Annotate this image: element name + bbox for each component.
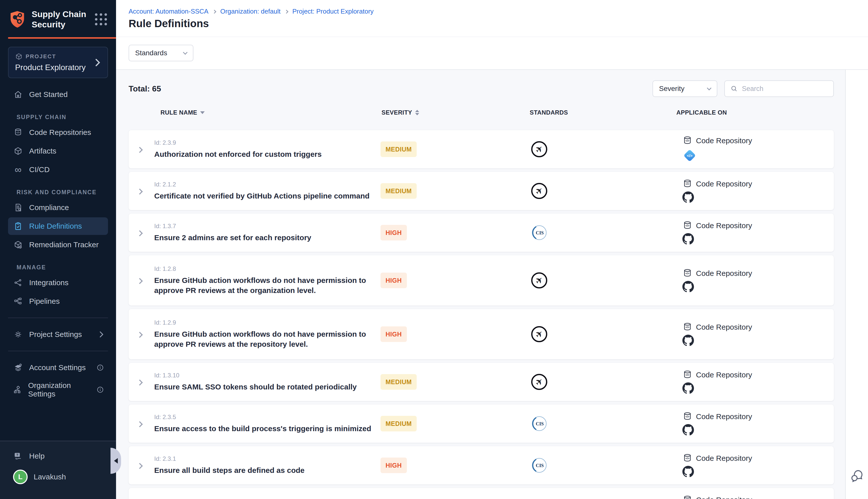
layers-gear-icon <box>13 363 23 373</box>
sidebar-item-compliance[interactable]: Compliance <box>8 199 108 216</box>
chevron-down-icon <box>707 86 711 90</box>
main-area: Account: Automation-SSCA Organization: d… <box>116 0 868 499</box>
standard-plane-icon: ✈ <box>531 326 547 342</box>
expand-chevron-icon[interactable] <box>137 278 142 284</box>
github-icon <box>682 382 752 394</box>
remediation-tracker-icon <box>13 240 23 250</box>
chevron-right-icon <box>95 58 101 67</box>
svg-text:</>: </> <box>685 457 690 460</box>
rule-name: Ensure 2 admins are set for each reposit… <box>154 233 311 243</box>
right-rail <box>845 70 868 499</box>
info-icon[interactable] <box>97 386 104 393</box>
supply-chain-security-logo <box>9 11 26 28</box>
svg-text:</>: </> <box>685 415 690 418</box>
standard-cis-icon: CIS <box>531 457 547 473</box>
project-name: Product Exploratory <box>15 63 95 72</box>
code-repository-icon: </> <box>682 453 692 463</box>
total-count: Total: 65 <box>128 84 161 94</box>
sidebar-item-rule-definitions[interactable]: Rule Definitions <box>8 217 108 235</box>
search-box <box>724 81 834 97</box>
table-row[interactable]: Id: 2.1.2 Certificate not verified by Gi… <box>128 172 834 210</box>
column-header-rule-name[interactable]: RULE NAME <box>161 109 205 116</box>
applicable-on-label: Code Repository <box>696 221 752 230</box>
pipelines-icon <box>13 296 23 306</box>
severity-badge: HIGH <box>381 326 407 342</box>
expand-chevron-icon[interactable] <box>137 332 142 338</box>
sidebar-item-cicd[interactable]: ∞ CI/CD <box>8 161 108 179</box>
standard-cis-icon: CIS <box>531 416 547 432</box>
info-icon[interactable] <box>97 364 104 372</box>
project-cube-icon <box>15 53 23 60</box>
accent-underline <box>8 37 116 39</box>
applicable-on-cell: </> Code Repository </> <box>682 136 752 163</box>
module-grid-icon[interactable] <box>95 13 107 25</box>
expand-chevron-icon[interactable] <box>137 147 142 153</box>
svg-text:</>: </> <box>685 373 690 376</box>
cicd-infinity-icon: ∞ <box>13 165 23 175</box>
table-row[interactable]: Id: 2.3.9 Authorization not enforced for… <box>128 130 834 168</box>
search-input[interactable] <box>742 85 822 93</box>
sidebar-item-pipelines[interactable]: Pipelines <box>8 292 108 310</box>
table-row[interactable]: Id: 1.1.9 HIGH CIS ✈ </> <box>128 488 834 499</box>
table-row[interactable]: Id: 2.3.1 Ensure all build steps are def… <box>128 446 834 484</box>
sidebar-item-help[interactable]: ? Help <box>8 447 108 465</box>
standard-plane-icon: ✈ <box>531 272 547 289</box>
expand-chevron-icon[interactable] <box>137 463 142 469</box>
expand-chevron-icon[interactable] <box>137 188 142 194</box>
project-selector[interactable]: PROJECT Product Exploratory <box>8 47 108 78</box>
severity-badge: MEDIUM <box>381 183 417 199</box>
rule-id: Id: 1.3.7 <box>154 223 311 230</box>
applicable-on-label: Code Repository <box>696 454 752 463</box>
applicable-on-cell: </> Code Repository <box>682 370 752 394</box>
code-repository-icon: </> <box>682 136 692 146</box>
sidebar-item-project-settings[interactable]: Project Settings <box>8 326 108 343</box>
breadcrumb-project[interactable]: Project: Product Exploratory <box>292 8 374 15</box>
github-icon <box>682 281 752 292</box>
code-repository-icon: </> <box>682 412 692 422</box>
code-repository-icon: </> <box>682 268 692 278</box>
svg-text:</>: </> <box>16 131 20 134</box>
sidebar-item-remediation-tracker[interactable]: Remediation Tracker <box>8 236 108 254</box>
table-row[interactable]: Id: 1.2.9 Ensure GitHub action workflows… <box>128 309 834 359</box>
table-row[interactable]: Id: 2.3.5 Ensure access to the build pro… <box>128 404 834 443</box>
applicable-on-label: Code Repository <box>696 323 752 331</box>
content-area: Total: 65 Severity RULE NAME <box>116 70 845 499</box>
severity-filter-dropdown[interactable]: Severity <box>653 81 717 97</box>
expand-chevron-icon[interactable] <box>137 379 142 386</box>
table-row[interactable]: Id: 1.3.10 Ensure SAML SSO tokens should… <box>128 363 834 401</box>
sidebar-item-label: Project Settings <box>29 330 82 339</box>
expand-chevron-icon[interactable] <box>137 230 142 236</box>
severity-filter-label: Severity <box>659 85 684 93</box>
column-header-severity[interactable]: SEVERITY <box>382 109 419 116</box>
app-root: Supply Chain Security PROJECT Product Ex… <box>0 0 868 499</box>
breadcrumb-organization[interactable]: Organization: default <box>220 8 281 15</box>
sidebar: Supply Chain Security PROJECT Product Ex… <box>0 0 116 499</box>
sidebar-item-organization-settings[interactable]: Organization Settings <box>8 377 108 402</box>
standards-cell: ✈ <box>531 326 547 342</box>
sidebar-user[interactable]: L Lavakush <box>8 466 108 488</box>
standards-filter-dropdown[interactable]: Standards <box>128 45 194 61</box>
table-row[interactable]: Id: 1.3.7 Ensure 2 admins are set for ea… <box>128 214 834 252</box>
sidebar-item-code-repositories[interactable]: </> Code Repositories <box>8 124 108 141</box>
svg-text:</>: </> <box>687 154 692 158</box>
sidebar-item-label: CI/CD <box>29 165 50 174</box>
header-divider <box>116 37 868 37</box>
chat-support-icon[interactable] <box>850 468 864 483</box>
sidebar-item-account-settings[interactable]: Account Settings <box>8 359 108 376</box>
standard-plane-icon: ✈ <box>531 183 547 199</box>
code-repository-icon: </> <box>682 322 692 332</box>
rule-name: Authorization not enforced for custom tr… <box>154 149 322 159</box>
sidebar-item-get-started[interactable]: Get Started <box>8 86 108 103</box>
table-row[interactable]: Id: 1.2.8 Ensure GitHub action workflows… <box>128 255 834 305</box>
applicable-on-label: Code Repository <box>696 269 752 278</box>
rule-name: Certificate not verified by GitHub Actio… <box>154 191 370 201</box>
rule-id: Id: 2.3.5 <box>154 414 371 421</box>
svg-text:</>: </> <box>685 224 690 227</box>
sidebar-item-label: Help <box>29 452 45 460</box>
sidebar-item-label: Remediation Tracker <box>29 241 99 249</box>
expand-chevron-icon[interactable] <box>137 421 142 427</box>
applicable-on-label: Code Repository <box>696 496 752 499</box>
sidebar-item-artifacts[interactable]: Artifacts <box>8 142 108 160</box>
sidebar-item-integrations[interactable]: Integrations <box>8 274 108 291</box>
breadcrumb-account[interactable]: Account: Automation-SSCA <box>128 8 209 15</box>
